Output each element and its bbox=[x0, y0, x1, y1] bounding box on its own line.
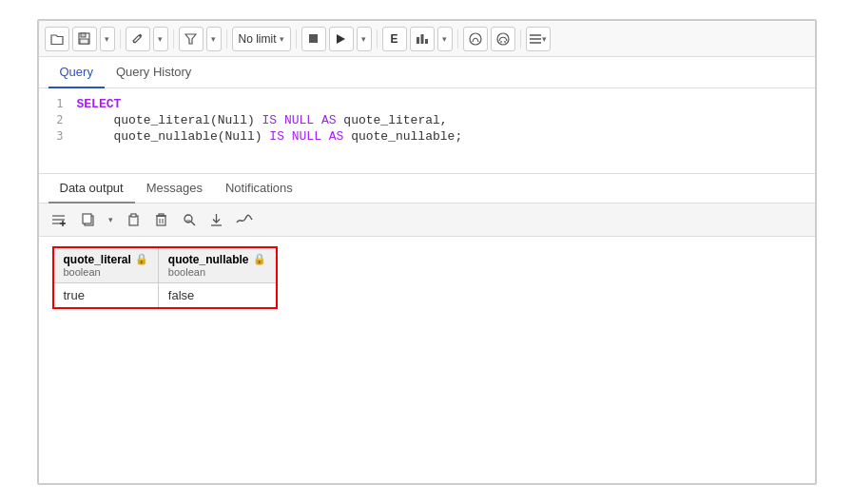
code-text-3: quote_nullable(Null) IS NULL AS quote_nu… bbox=[77, 129, 463, 144]
edit-dropdown-btn[interactable]: ▾ bbox=[153, 27, 168, 51]
code-line-3: 3 quote_nullable(Null) IS NULL AS quote_… bbox=[39, 128, 815, 145]
svg-rect-6 bbox=[417, 37, 419, 44]
cell-quote-literal-1[interactable]: true bbox=[53, 283, 159, 309]
run-dropdown-btn[interactable]: ▾ bbox=[357, 27, 372, 51]
filter-data-btn[interactable] bbox=[177, 207, 202, 232]
data-output-area: quote_literal 🔒 boolean quote_nullable 🔒… bbox=[39, 237, 815, 483]
menu-btn[interactable]: ▾ bbox=[526, 27, 551, 51]
svg-rect-7 bbox=[420, 34, 423, 44]
svg-marker-5 bbox=[337, 34, 345, 44]
line-number-1: 1 bbox=[39, 97, 77, 110]
bottom-tab-bar: Data output Messages Notifications bbox=[39, 174, 815, 204]
menu-chevron-icon: ▾ bbox=[542, 34, 547, 44]
graph-btn[interactable] bbox=[232, 207, 257, 232]
table-header-row: quote_literal 🔒 boolean quote_nullable 🔒… bbox=[53, 247, 277, 283]
filter-dropdown-btn[interactable]: ▾ bbox=[206, 27, 222, 51]
cell-quote-nullable-1[interactable]: false bbox=[158, 283, 276, 309]
tab-data-output[interactable]: Data output bbox=[48, 174, 135, 204]
results-table: quote_literal 🔒 boolean quote_nullable 🔒… bbox=[52, 246, 278, 309]
data-toolbar: ▾ bbox=[39, 204, 815, 237]
svg-rect-2 bbox=[80, 39, 88, 44]
svg-point-9 bbox=[470, 33, 481, 45]
chart-btn[interactable] bbox=[410, 27, 435, 51]
run-btn[interactable] bbox=[329, 27, 354, 51]
save-btn[interactable] bbox=[72, 27, 97, 51]
no-limit-dropdown-btn[interactable]: No limit ▾ bbox=[232, 27, 291, 51]
paste-btn[interactable] bbox=[122, 207, 146, 232]
col-header-quote-nullable[interactable]: quote_nullable 🔒 boolean bbox=[158, 247, 276, 283]
lock-icon-1: 🔒 bbox=[135, 253, 148, 265]
filter-btn[interactable] bbox=[179, 27, 204, 51]
add-row-btn[interactable] bbox=[45, 207, 73, 232]
no-limit-chevron-icon: ▾ bbox=[280, 34, 284, 44]
svg-rect-24 bbox=[131, 214, 136, 217]
tab-messages[interactable]: Messages bbox=[135, 174, 214, 204]
explain-icon: E bbox=[391, 32, 398, 46]
keyword-isnull-1: IS NULL AS bbox=[262, 113, 337, 127]
copy-btn[interactable] bbox=[76, 207, 101, 232]
editor-area[interactable]: 1 SELECT 2 quote_literal(Null) IS NULL A… bbox=[39, 88, 815, 174]
svg-line-31 bbox=[191, 222, 195, 225]
separator-6 bbox=[457, 29, 458, 48]
tab-query[interactable]: Query bbox=[48, 57, 105, 88]
col-name-quote-nullable: quote_nullable bbox=[168, 253, 249, 266]
svg-point-30 bbox=[184, 215, 192, 223]
query-tab-bar: Query Query History bbox=[39, 57, 815, 88]
separator-3 bbox=[226, 29, 227, 48]
svg-rect-25 bbox=[157, 216, 165, 225]
code-line-1: 1 SELECT bbox=[39, 96, 815, 112]
col-type-quote-literal: boolean bbox=[64, 266, 148, 278]
stop-btn[interactable] bbox=[301, 27, 326, 51]
separator-7 bbox=[520, 29, 521, 48]
separator-4 bbox=[296, 29, 297, 48]
svg-marker-3 bbox=[185, 34, 196, 44]
main-container: ▾ ▾ ▾ No limit ▾ ▾ E bbox=[37, 19, 817, 485]
col-header-quote-literal[interactable]: quote_literal 🔒 boolean bbox=[53, 247, 159, 283]
chart-dropdown-btn[interactable]: ▾ bbox=[437, 27, 453, 51]
col-type-quote-nullable: boolean bbox=[168, 266, 266, 278]
copy-dropdown-btn[interactable]: ▾ bbox=[104, 207, 119, 232]
code-line-2: 2 quote_literal(Null) IS NULL AS quote_l… bbox=[39, 112, 815, 128]
top-toolbar: ▾ ▾ ▾ No limit ▾ ▾ E bbox=[39, 21, 815, 57]
svg-rect-8 bbox=[425, 39, 428, 44]
no-limit-label: No limit bbox=[239, 32, 277, 46]
svg-rect-22 bbox=[83, 214, 91, 223]
svg-rect-27 bbox=[159, 214, 164, 216]
edit-btn[interactable] bbox=[126, 27, 150, 51]
explain-btn[interactable]: E bbox=[382, 27, 407, 51]
save-dropdown-btn[interactable]: ▾ bbox=[100, 27, 115, 51]
delete-btn[interactable] bbox=[149, 207, 174, 232]
line-number-3: 3 bbox=[39, 129, 77, 143]
keyword-select: SELECT bbox=[77, 97, 122, 111]
keyword-isnull-2: IS NULL AS bbox=[269, 129, 343, 144]
table-row: true false bbox=[53, 283, 277, 309]
svg-rect-4 bbox=[309, 34, 318, 43]
separator-5 bbox=[377, 29, 378, 48]
separator-2 bbox=[173, 29, 174, 48]
tab-notifications[interactable]: Notifications bbox=[214, 174, 304, 204]
col-name-quote-literal: quote_literal bbox=[64, 253, 131, 266]
lock-icon-2: 🔒 bbox=[253, 253, 266, 265]
download-btn[interactable] bbox=[204, 207, 229, 232]
line-number-2: 2 bbox=[39, 113, 77, 126]
tab-query-history[interactable]: Query History bbox=[105, 57, 203, 88]
code-text-1: SELECT bbox=[77, 97, 122, 111]
svg-point-10 bbox=[497, 33, 509, 45]
separator-1 bbox=[120, 29, 121, 48]
code-text-2: quote_literal(Null) IS NULL AS quote_lit… bbox=[77, 113, 448, 127]
scratch-btn[interactable] bbox=[463, 27, 488, 51]
open-folder-btn[interactable] bbox=[45, 27, 69, 51]
svg-rect-1 bbox=[81, 33, 86, 37]
scratch2-btn[interactable] bbox=[491, 27, 515, 51]
